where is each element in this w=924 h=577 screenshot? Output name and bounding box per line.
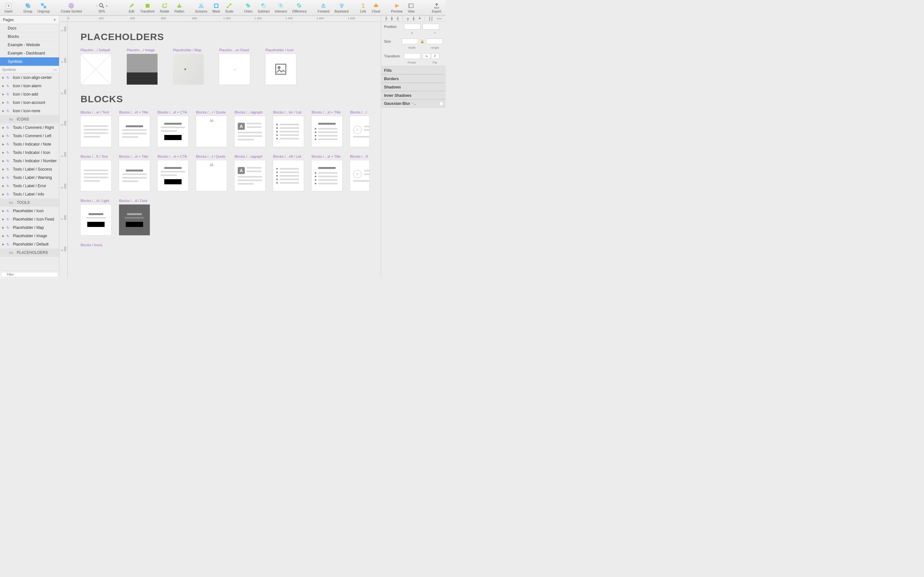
- artboard[interactable]: Placeholder / Map: [173, 48, 204, 85]
- ungroup-button[interactable]: Ungroup: [36, 1, 52, 15]
- artboard-thumb[interactable]: [273, 160, 304, 191]
- artboard-label[interactable]: Placeholder / Icon: [265, 48, 296, 52]
- artboard-thumb[interactable]: [312, 160, 342, 191]
- flip-h-button[interactable]: ⇋: [423, 53, 431, 59]
- artboard-label[interactable]: Blocks /…st + Title: [312, 110, 342, 114]
- disclosure-triangle-icon[interactable]: ▶: [2, 210, 5, 213]
- gaussian-blur-section[interactable]: Gaussian Blur ⌃⌄: [381, 99, 446, 108]
- artboard[interactable]: Blocks /…ragraphA: [234, 110, 265, 147]
- artboard[interactable]: Blocks /…xt + Title: [119, 155, 150, 191]
- artboard-label[interactable]: Blocks / Icons: [81, 243, 102, 247]
- difference-button[interactable]: Difference: [290, 1, 309, 15]
- artboard-label[interactable]: Blocks /…er / Text: [81, 110, 111, 114]
- intersect-button[interactable]: Intersect: [273, 1, 289, 15]
- fills-section[interactable]: Fills: [381, 66, 446, 74]
- artboard-label[interactable]: Blocks /…eft / List: [273, 155, 304, 158]
- artboard-thumb[interactable]: A: [234, 116, 265, 147]
- align-right-icon[interactable]: ┫: [397, 17, 399, 21]
- artboard[interactable]: Blocks /…ragraphA: [234, 155, 265, 191]
- symbols-toggle-icon[interactable]: ▭: [53, 68, 57, 72]
- artboard-label[interactable]: Placeho…on Fixed: [219, 48, 250, 52]
- artboard-label[interactable]: Blocks /…ragraph: [234, 110, 265, 114]
- filter-input[interactable]: [1, 272, 58, 277]
- disclosure-triangle-icon[interactable]: ▶: [2, 126, 5, 129]
- layer-row[interactable]: ▶↻Placeholder / Map: [0, 223, 59, 232]
- artboard-thumb[interactable]: [119, 160, 150, 191]
- rotate-input[interactable]: [404, 53, 421, 59]
- layer-row[interactable]: ▶↻Icon / icon-add: [0, 90, 59, 98]
- layer-row[interactable]: ▶↻Tools / Label / Error: [0, 182, 59, 190]
- artboard[interactable]: Blocks /…xt + CTA: [158, 155, 188, 191]
- artboard-label[interactable]: Placeho…/ Image: [127, 48, 158, 52]
- artboard-thumb[interactable]: [81, 205, 111, 235]
- add-page-button[interactable]: +: [53, 17, 56, 23]
- distribute-h-icon[interactable]: ┃┃: [429, 17, 433, 21]
- disclosure-triangle-icon[interactable]: ▶: [2, 168, 5, 171]
- preview-button[interactable]: Preview: [389, 1, 405, 15]
- artboard[interactable]: Blocks /…xt + Title: [119, 110, 150, 147]
- artboard-thumb[interactable]: [81, 160, 111, 191]
- page-row[interactable]: Symbols: [0, 57, 59, 66]
- forward-button[interactable]: Forward: [316, 1, 331, 15]
- artboard[interactable]: Blocks /…er / Text: [81, 110, 111, 147]
- artboard-label[interactable]: Blocks /…A / Light: [81, 199, 111, 203]
- disclosure-triangle-icon[interactable]: ▶: [2, 218, 5, 221]
- layer-row[interactable]: ▶↻Placeholder / Icon Fixed: [0, 215, 59, 223]
- layer-row[interactable]: ▶↻Tools / Label / Info: [0, 190, 59, 198]
- artboard-label[interactable]: Placeho…/ Default: [81, 48, 111, 52]
- flatten-button[interactable]: Flatten: [173, 1, 186, 15]
- artboard[interactable]: Placeho…on Fixed▭: [219, 48, 250, 85]
- distribute-v-icon[interactable]: ══: [437, 17, 442, 21]
- insert-button[interactable]: Insert: [3, 1, 15, 15]
- disclosure-triangle-icon[interactable]: ▶: [2, 234, 5, 237]
- shadows-section[interactable]: Shadows: [381, 83, 446, 91]
- inner-shadows-section[interactable]: Inner Shadows: [381, 91, 446, 99]
- align-vcenter-icon[interactable]: ╋: [413, 17, 415, 21]
- align-bottom-icon[interactable]: ┻: [419, 17, 421, 21]
- artboard[interactable]: Blocks /…ter / List: [273, 110, 304, 147]
- layer-row[interactable]: ▶↻Placeholder / Icon: [0, 207, 59, 215]
- artboard-thumb[interactable]: [81, 116, 111, 147]
- disclosure-triangle-icon[interactable]: ▶: [2, 109, 5, 113]
- layer-group-header[interactable]: AaPLACEHOLDERS: [0, 248, 59, 257]
- page-row[interactable]: Example - Website: [0, 41, 59, 49]
- artboard-label[interactable]: Blocks /…ft: [350, 155, 381, 158]
- layer-row[interactable]: ▶↻Tools / Indicator / Number: [0, 157, 59, 165]
- layer-group-header[interactable]: AaICONS: [0, 115, 59, 123]
- borders-section[interactable]: Borders: [381, 74, 446, 83]
- chevron-updown-icon[interactable]: ⌃⌄: [411, 102, 417, 105]
- page-row[interactable]: Docs: [0, 24, 59, 32]
- disclosure-triangle-icon[interactable]: ▶: [2, 159, 5, 163]
- artboard[interactable]: Blocks /…ft☆: [350, 155, 381, 191]
- artboard-thumb[interactable]: ☆: [350, 160, 369, 191]
- disclosure-triangle-icon[interactable]: ▶: [2, 226, 5, 229]
- artboard-thumb[interactable]: ▭: [219, 54, 250, 85]
- artboard[interactable]: Blocks /…xt + CTA: [158, 110, 188, 147]
- layer-row[interactable]: ▶↻Placeholder / Default: [0, 240, 59, 248]
- zoom-control[interactable]: − +50%: [91, 1, 113, 15]
- artboard[interactable]: Placeho…/ Image: [127, 48, 158, 85]
- artboard[interactable]: Blocks /…t / Quote❝: [196, 155, 227, 191]
- disclosure-triangle-icon[interactable]: ▶: [2, 176, 5, 179]
- artboard-label[interactable]: Blocks /…t / Quote: [196, 155, 227, 158]
- layer-row[interactable]: ▶↻Icon / icon-align-center: [0, 73, 59, 82]
- position-y-input[interactable]: [423, 24, 439, 29]
- union-button[interactable]: Union: [242, 1, 254, 15]
- subtract-button[interactable]: Subtract: [256, 1, 271, 15]
- artboard[interactable]: Blocks /…r / Quote❝: [196, 110, 227, 147]
- artboard-thumb[interactable]: [173, 54, 204, 85]
- artboard-thumb[interactable]: [265, 54, 296, 85]
- position-x-input[interactable]: [404, 24, 421, 29]
- disclosure-triangle-icon[interactable]: ▶: [2, 76, 5, 79]
- align-top-icon[interactable]: ┳: [407, 17, 409, 21]
- artboard-thumb[interactable]: A: [234, 160, 265, 191]
- layer-row[interactable]: ▶↻Tools / Label / Warning: [0, 173, 59, 182]
- artboard-thumb[interactable]: [119, 205, 150, 235]
- align-left-icon[interactable]: ┣: [385, 17, 387, 21]
- artboard-label[interactable]: Blocks /…xt + Title: [119, 110, 150, 114]
- artboard-label[interactable]: Blocks /…ft / Text: [81, 155, 111, 158]
- artboard-thumb[interactable]: [81, 54, 111, 85]
- artboard-label[interactable]: Blocks /…ter / List: [273, 110, 304, 114]
- scissors-button[interactable]: Scissors: [193, 1, 209, 15]
- view-button[interactable]: View: [405, 1, 417, 15]
